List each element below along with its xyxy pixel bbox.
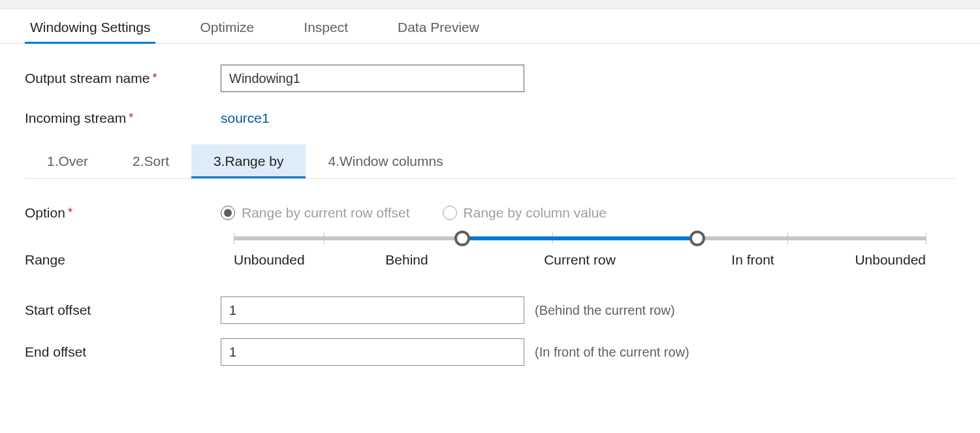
start-offset-label: Start offset bbox=[25, 302, 221, 318]
incoming-stream-link[interactable]: source1 bbox=[221, 110, 270, 126]
radio-range-by-column-value[interactable]: Range by column value bbox=[443, 205, 607, 221]
range-slider[interactable]: Unbounded Behind Current row In front Un… bbox=[234, 236, 926, 270]
slider-handle-start[interactable] bbox=[454, 231, 470, 246]
subtab-window-columns[interactable]: 4.Window columns bbox=[306, 144, 465, 178]
slider-tick bbox=[787, 233, 788, 244]
subtab-range-by[interactable]: 3.Range by bbox=[191, 144, 306, 178]
start-offset-hint: (Behind the current row) bbox=[535, 303, 675, 318]
main-tab-strip: Windowing Settings Optimize Inspect Data… bbox=[0, 9, 980, 44]
window-chrome bbox=[0, 0, 980, 9]
slider-label-unbounded-left: Unbounded bbox=[234, 252, 305, 268]
subtab-over[interactable]: 1.Over bbox=[25, 144, 110, 178]
radio-circle-icon bbox=[221, 206, 235, 220]
radio-range-by-row-offset[interactable]: Range by current row offset bbox=[221, 205, 410, 221]
slider-tick bbox=[234, 233, 234, 244]
end-offset-hint: (In front of the current row) bbox=[535, 345, 689, 360]
settings-panel: Output stream name* Incoming stream* sou… bbox=[0, 44, 980, 410]
slider-label-in-front: In front bbox=[731, 252, 774, 268]
slider-handle-end[interactable] bbox=[689, 231, 705, 246]
range-label: Range bbox=[25, 230, 221, 268]
output-stream-label: Output stream name* bbox=[25, 71, 221, 86]
slider-label-behind: Behind bbox=[385, 252, 428, 268]
start-offset-input[interactable] bbox=[221, 297, 524, 324]
option-label: Option* bbox=[25, 205, 221, 221]
output-stream-input[interactable] bbox=[221, 65, 524, 92]
tab-inspect[interactable]: Inspect bbox=[298, 16, 353, 43]
end-offset-input[interactable] bbox=[221, 338, 524, 366]
slider-label-current-row: Current row bbox=[544, 252, 616, 268]
radio-label: Range by column value bbox=[464, 205, 607, 221]
slider-labels: Unbounded Behind Current row In front Un… bbox=[234, 252, 926, 270]
required-indicator: * bbox=[152, 71, 157, 84]
option-radio-group: Range by current row offset Range by col… bbox=[221, 205, 607, 221]
slider-tick bbox=[324, 233, 324, 244]
tab-windowing-settings[interactable]: Windowing Settings bbox=[25, 16, 155, 43]
end-offset-label: End offset bbox=[25, 344, 221, 360]
tab-optimize[interactable]: Optimize bbox=[195, 16, 259, 43]
incoming-stream-label: Incoming stream* bbox=[25, 110, 221, 126]
sub-tab-strip: 1.Over 2.Sort 3.Range by 4.Window column… bbox=[25, 144, 955, 178]
slider-track bbox=[234, 236, 926, 240]
subtab-sort[interactable]: 2.Sort bbox=[110, 144, 191, 178]
radio-label: Range by current row offset bbox=[242, 205, 410, 221]
slider-tick bbox=[926, 233, 926, 244]
slider-label-unbounded-right: Unbounded bbox=[855, 252, 926, 268]
required-indicator: * bbox=[129, 111, 133, 124]
slider-fill bbox=[462, 236, 697, 240]
radio-circle-icon bbox=[443, 206, 457, 220]
tab-data-preview[interactable]: Data Preview bbox=[392, 16, 484, 43]
required-indicator: * bbox=[68, 206, 72, 219]
